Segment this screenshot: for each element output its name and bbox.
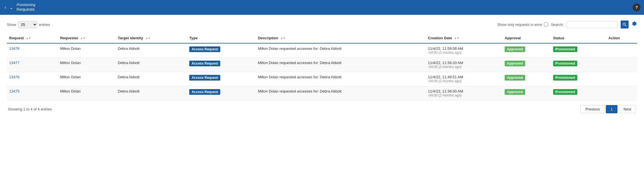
table-row: 13478 Milton Dolan Debra Abbott Access R… — [7, 43, 637, 58]
request-link[interactable]: 13476 — [9, 75, 19, 79]
cell-status: Provisioned — [551, 86, 606, 100]
cell-request: 13477 — [7, 58, 58, 72]
page-1-button[interactable]: 1 — [606, 105, 617, 113]
col-status: Status — [551, 33, 606, 43]
request-link[interactable]: 13477 — [9, 61, 19, 65]
footer-row: Showing 1 to 4 of 4 entries Previous 1 N… — [7, 105, 637, 113]
sort-requester-icon[interactable]: ▲▼ — [80, 37, 85, 40]
cell-request: 13478 — [7, 43, 58, 58]
col-description: Description ▲▼ — [256, 33, 426, 43]
col-type: Type — [187, 33, 256, 43]
cell-description: Milton Dolan requested accesses for: Deb… — [256, 43, 426, 58]
creation-date-main: 11/4/22, 11:38:00 AM — [428, 89, 500, 93]
page-title: Provisioning Requests — [17, 3, 35, 12]
cell-action — [606, 72, 637, 86]
cell-requester: Milton Dolan — [58, 72, 116, 86]
svg-point-0 — [623, 23, 625, 25]
search-icon — [623, 22, 627, 26]
table-row: 13476 Milton Dolan Debra Abbott Access R… — [7, 72, 637, 86]
cell-requester: Milton Dolan — [58, 58, 116, 72]
type-badge: Access Request — [189, 75, 220, 81]
down-button[interactable]: ⌄ — [8, 4, 14, 11]
approval-badge: Approved — [505, 75, 525, 81]
table-row: 13477 Milton Dolan Debra Abbott Access R… — [7, 58, 637, 72]
requests-table: Request ▲▼ Requester ▲▼ Target identity … — [7, 33, 637, 100]
svg-line-1 — [625, 25, 627, 26]
cell-type: Access Request — [187, 86, 256, 100]
pagination: Previous 1 Next — [580, 105, 636, 113]
cell-request: 13475 — [7, 86, 58, 100]
cell-description: Milton Dolan requested accesses for: Deb… — [256, 86, 426, 100]
cell-status: Provisioned — [551, 58, 606, 72]
creation-date-sub: -04:00 (2 months ago) — [428, 93, 500, 97]
help-icon[interactable]: ? — [633, 3, 641, 11]
previous-button[interactable]: Previous — [580, 105, 605, 113]
cell-approval: Approved — [502, 72, 551, 86]
cell-description: Milton Dolan requested accesses for: Deb… — [256, 58, 426, 72]
cell-type: Access Request — [187, 58, 256, 72]
cell-request: 13476 — [7, 72, 58, 86]
settings-button[interactable] — [631, 21, 637, 28]
status-badge: Provisioned — [553, 75, 577, 81]
cell-creation-date: 11/4/22, 11:38:00 AM -04:00 (2 months ag… — [426, 86, 502, 100]
top-bar-right: ? — [633, 3, 641, 11]
cell-status: Provisioned — [551, 43, 606, 58]
cell-creation-date: 11/4/22, 11:49:51 AM -04:00 (2 months ag… — [426, 72, 502, 86]
request-link[interactable]: 13475 — [9, 89, 19, 93]
error-filter-checkbox[interactable] — [544, 22, 548, 26]
page-title-line1: Provisioning — [17, 3, 35, 7]
cell-approval: Approved — [502, 43, 551, 58]
cell-type: Access Request — [187, 43, 256, 58]
error-filter-label: Show only requests in error — [497, 22, 542, 27]
cell-action — [606, 58, 637, 72]
creation-date-sub: -04:00 (2 months ago) — [428, 79, 500, 83]
search-input[interactable] — [566, 21, 618, 28]
approval-badge: Approved — [505, 89, 525, 95]
toolbar-left: Show 10 25 50 100 entries — [7, 21, 50, 28]
table-header-row: Request ▲▼ Requester ▲▼ Target identity … — [7, 33, 637, 43]
cell-approval: Approved — [502, 58, 551, 72]
sort-description-icon[interactable]: ▲▼ — [280, 37, 286, 40]
status-badge: Provisioned — [553, 61, 577, 66]
request-link[interactable]: 13478 — [9, 46, 19, 51]
showing-text: Showing 1 to 4 of 4 entries — [8, 107, 52, 111]
cell-requester: Milton Dolan — [58, 86, 116, 100]
cell-creation-date: 11/4/22, 11:56:33 AM -04:00 (2 months ag… — [426, 58, 502, 72]
cell-target-identity: Debra Abbott — [116, 86, 187, 100]
main-content: Show 10 25 50 100 entries Show only requ… — [0, 15, 644, 195]
gear-icon — [631, 21, 637, 27]
show-label: Show — [7, 22, 16, 27]
col-approval: Approval — [502, 33, 551, 43]
top-bar: ‹ ⌄ Provisioning Requests ? — [0, 0, 644, 15]
cell-action — [606, 86, 637, 100]
status-badge: Provisioned — [553, 89, 577, 95]
creation-date-main: 11/4/22, 11:59:08 AM — [428, 46, 500, 51]
cell-approval: Approved — [502, 86, 551, 100]
next-button[interactable]: Next — [619, 105, 636, 113]
cell-type: Access Request — [187, 72, 256, 86]
cell-action — [606, 43, 637, 58]
creation-date-sub: -04:00 (2 months ago) — [428, 65, 500, 69]
cell-creation-date: 11/4/22, 11:59:08 AM -04:00 (2 months ag… — [426, 43, 502, 58]
error-filter: Show only requests in error — [497, 22, 548, 27]
back-button[interactable]: ‹ — [3, 4, 7, 11]
cell-target-identity: Debra Abbott — [116, 58, 187, 72]
sort-target-icon[interactable]: ▲▼ — [145, 37, 150, 40]
cell-target-identity: Debra Abbott — [116, 72, 187, 86]
sort-date-icon[interactable]: ▲▼ — [454, 37, 459, 40]
search-button[interactable] — [621, 20, 629, 28]
approval-badge: Approved — [505, 46, 525, 52]
table-row: 13475 Milton Dolan Debra Abbott Access R… — [7, 86, 637, 100]
status-badge: Provisioned — [553, 46, 577, 52]
approval-badge: Approved — [505, 61, 525, 66]
entries-select[interactable]: 10 25 50 100 — [18, 21, 37, 28]
search-label: Search: — [551, 22, 564, 27]
entries-text: entries — [39, 22, 50, 27]
col-target-identity: Target identity ▲▼ — [116, 33, 187, 43]
col-request: Request ▲▼ — [7, 33, 58, 43]
toolbar: Show 10 25 50 100 entries Show only requ… — [7, 20, 637, 28]
col-requester: Requester ▲▼ — [58, 33, 116, 43]
cell-status: Provisioned — [551, 72, 606, 86]
col-action: Action — [606, 33, 637, 43]
sort-request-icon[interactable]: ▲▼ — [26, 37, 31, 40]
